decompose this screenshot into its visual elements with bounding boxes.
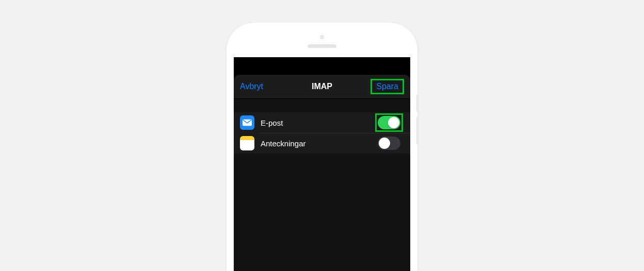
- notes-icon: [240, 136, 254, 150]
- email-toggle[interactable]: [378, 116, 400, 129]
- row-label: Anteckningar: [261, 139, 375, 148]
- speaker-grill: [308, 44, 336, 48]
- list-row-email: E-post: [234, 112, 410, 133]
- status-bar: [234, 57, 410, 72]
- toggle-knob: [388, 117, 399, 128]
- camera-dot: [320, 35, 324, 39]
- toggle-knob: [379, 138, 390, 149]
- phone-screen: Avbryt IMAP Spara: [234, 57, 410, 271]
- mail-icon: [240, 115, 254, 130]
- save-button[interactable]: Spara: [371, 79, 404, 94]
- nav-bar: Avbryt IMAP Spara: [234, 75, 410, 98]
- settings-list: E-post Anteckningar: [234, 112, 410, 154]
- phone-frame: Avbryt IMAP Spara: [227, 23, 417, 271]
- phone-bezel: Avbryt IMAP Spara: [234, 30, 410, 271]
- list-row-notes: Anteckningar: [234, 133, 410, 154]
- modal-sheet: Avbryt IMAP Spara: [234, 75, 410, 271]
- empty-area: [234, 154, 410, 271]
- phone-side-button: [416, 116, 418, 144]
- section-gap: [234, 99, 410, 112]
- envelope-icon: [243, 119, 252, 126]
- phone-side-button: [416, 95, 418, 112]
- toggle-wrapper: [375, 134, 403, 153]
- nav-title: IMAP: [312, 82, 332, 91]
- phone-speaker-area: [234, 35, 410, 48]
- notes-toggle[interactable]: [378, 137, 400, 150]
- row-label: E-post: [261, 118, 375, 127]
- cancel-button[interactable]: Avbryt: [240, 82, 263, 91]
- toggle-highlight: [375, 113, 403, 132]
